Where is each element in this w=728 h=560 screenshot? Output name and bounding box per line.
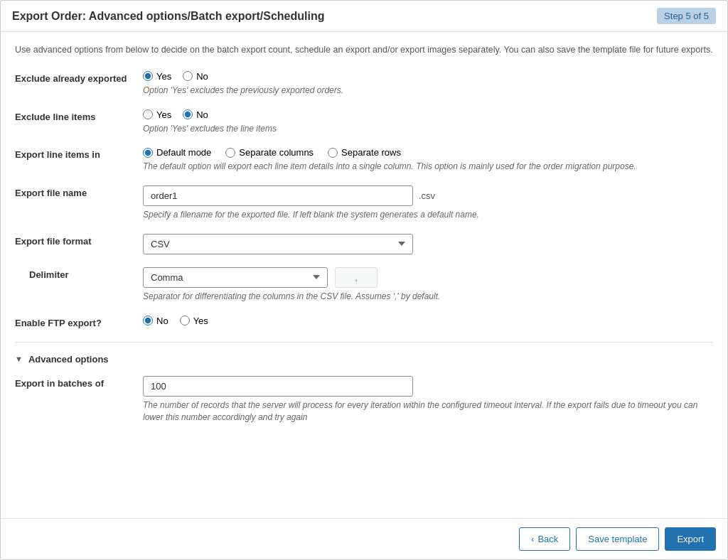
file-extension: .csv [419,190,435,201]
exclude-line-items-yes-input[interactable] [143,109,153,119]
step-badge: Step 5 of 5 [657,8,716,24]
export-line-items-row: Export line items in Default mode Separa… [15,147,713,173]
delimiter-hint: Separator for differentiating the column… [143,291,713,303]
enable-ftp-no-input[interactable] [143,316,153,325]
modal-container: Export Order: Advanced options/Batch exp… [0,0,728,560]
exclude-line-items-no-label: No [196,109,208,120]
enable-ftp-content: No Yes [143,316,713,329]
export-line-items-separate-rows-input[interactable] [328,148,338,158]
exclude-line-items-yes-label: Yes [156,109,171,120]
back-chevron-icon: ‹ [531,534,534,544]
exclude-already-exported-radio-group: Yes No [143,71,713,82]
export-line-items-content: Default mode Separate columns Separate r… [143,147,713,173]
back-label: Back [537,534,558,544]
export-file-name-input[interactable] [143,185,413,206]
exclude-already-exported-yes-input[interactable] [143,71,153,81]
exclude-already-exported-yes-label: Yes [156,71,171,82]
exclude-line-items-no-input[interactable] [183,109,193,119]
exclude-line-items-label: Exclude line items [15,109,143,122]
modal-header: Export Order: Advanced options/Batch exp… [1,1,727,32]
delimiter-input-row: Comma Semicolon Tab [143,267,713,288]
intro-text: Use advanced options from below to decid… [15,43,713,57]
exclude-line-items-yes[interactable]: Yes [143,109,171,120]
export-line-items-default-input[interactable] [143,148,153,158]
export-line-items-separate-rows-label: Separate rows [341,147,401,158]
export-batches-row: Export in batches of The number of recor… [15,376,713,424]
save-template-button[interactable]: Save template [576,527,659,551]
export-file-format-content: CSV Excel XML [143,234,713,254]
export-line-items-separate-cols-input[interactable] [225,148,235,158]
enable-ftp-yes-input[interactable] [180,316,190,325]
enable-ftp-label: Enable FTP export? [15,316,143,328]
advanced-options-chevron: ▼ [15,355,23,363]
enable-ftp-no[interactable]: No [143,316,168,326]
enable-ftp-yes[interactable]: Yes [180,316,208,326]
delimiter-select[interactable]: Comma Semicolon Tab [143,267,328,288]
export-batches-hint: The number of records that the server wi… [143,399,713,424]
exclude-line-items-radio-group: Yes No [143,109,713,120]
export-batches-label: Export in batches of [15,376,143,389]
export-line-items-separate-rows[interactable]: Separate rows [328,147,401,158]
enable-ftp-radio-group: No Yes [143,316,713,326]
export-line-items-label: Export line items in [15,147,143,160]
back-button[interactable]: ‹ Back [519,527,570,551]
export-batches-input[interactable] [143,376,413,397]
modal-footer: ‹ Back Save template Export [1,518,727,559]
export-batches-content: The number of records that the server wi… [143,376,713,424]
modal-title: Export Order: Advanced options/Batch exp… [12,10,324,23]
enable-ftp-yes-label: Yes [193,316,208,326]
export-line-items-default-label: Default mode [156,147,211,158]
export-file-format-row: Export file format CSV Excel XML [15,234,713,254]
export-file-name-hint: Specify a filename for the exported file… [143,209,713,221]
delimiter-row: Delimiter Comma Semicolon Tab Separator … [15,267,713,303]
exclude-line-items-hint: Option 'Yes' excludes the line items [143,123,713,135]
file-name-row: .csv [143,185,713,206]
enable-ftp-row: Enable FTP export? No Yes [15,316,713,329]
export-button[interactable]: Export [665,527,716,551]
export-file-format-label: Export file format [15,234,143,247]
delimiter-value-input[interactable] [335,267,378,288]
advanced-options-title: Advanced options [28,354,109,365]
export-line-items-radio-group: Default mode Separate columns Separate r… [143,147,713,158]
export-line-items-separate-cols[interactable]: Separate columns [225,147,314,158]
enable-ftp-no-label: No [156,316,168,326]
exclude-line-items-no[interactable]: No [183,109,208,120]
export-file-name-label: Export file name [15,185,143,198]
exclude-already-exported-row: Exclude already exported Yes No Option '… [15,71,713,97]
exclude-already-exported-label: Exclude already exported [15,71,143,84]
exclude-line-items-row: Exclude line items Yes No Option 'Yes' e… [15,109,713,135]
export-line-items-default[interactable]: Default mode [143,147,211,158]
export-file-name-content: .csv Specify a filename for the exported… [143,185,713,221]
exclude-already-exported-no-input[interactable] [183,71,193,81]
export-line-items-separate-cols-label: Separate columns [239,147,314,158]
modal-body: Use advanced options from below to decid… [1,32,727,518]
exclude-already-exported-hint: Option 'Yes' excludes the previously exp… [143,85,713,97]
export-file-name-row: Export file name .csv Specify a filename… [15,185,713,221]
delimiter-label: Delimiter [15,267,143,280]
exclude-already-exported-no[interactable]: No [183,71,208,82]
export-file-format-select[interactable]: CSV Excel XML [143,234,413,254]
exclude-already-exported-content: Yes No Option 'Yes' excludes the previou… [143,71,713,97]
delimiter-content: Comma Semicolon Tab Separator for differ… [143,267,713,303]
exclude-already-exported-yes[interactable]: Yes [143,71,171,82]
section-divider [15,342,713,343]
export-line-items-hint: The default option will export each line… [143,161,713,173]
exclude-line-items-content: Yes No Option 'Yes' excludes the line it… [143,109,713,135]
exclude-already-exported-no-label: No [196,71,208,82]
advanced-options-toggle[interactable]: ▼ Advanced options [15,354,713,365]
